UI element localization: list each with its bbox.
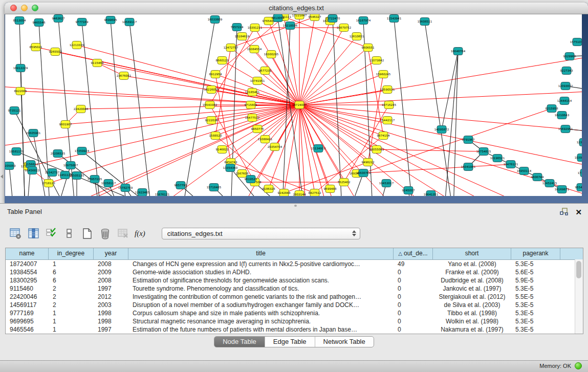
graph-node[interactable]: 11543941 [387, 15, 402, 23]
graph-node[interactable]: 9265503 [49, 48, 62, 56]
graph-node[interactable]: 12610651 [350, 33, 364, 40]
graph-node[interactable]: 15608511 [418, 18, 432, 26]
graph-node[interactable]: 8791967 [462, 136, 475, 144]
new-file-icon[interactable] [81, 227, 93, 239]
graph-node[interactable]: 14095872 [434, 126, 449, 134]
graph-node[interactable]: 9619521 [245, 176, 257, 183]
table-column-icon[interactable] [27, 227, 39, 239]
tab-edge-table[interactable]: Edge Table [265, 337, 315, 347]
graph-node[interactable]: 8922085 [14, 87, 27, 95]
graph-node[interactable]: 9874154 [377, 132, 390, 140]
table-vertical-scrollbar[interactable] [575, 259, 583, 334]
graph-node[interactable]: 9227343 [560, 67, 573, 75]
graph-node[interactable]: 2718120 [42, 180, 55, 187]
scrollbar-thumb[interactable] [576, 261, 581, 278]
tab-network-table[interactable]: Network Table [315, 337, 374, 347]
graph-node[interactable]: 9715801 [245, 101, 257, 109]
graph-node[interactable]: 9546327 [309, 14, 321, 21]
graph-node[interactable]: 15876121 [155, 191, 170, 196]
graph-node[interactable]: 8595021 [30, 43, 42, 51]
column-header-title[interactable]: title [128, 248, 394, 259]
graph-node[interactable]: 12213339 [70, 41, 84, 49]
graph-node[interactable]: 8215958 [546, 105, 558, 113]
graph-node[interactable]: 15692951 [558, 125, 573, 133]
graph-node[interactable]: 8912954 [209, 71, 222, 78]
graph-node[interactable]: 9498222 [362, 159, 375, 166]
graph-node[interactable]: 12923485 [135, 189, 150, 196]
graph-node[interactable]: 19581170 [9, 148, 24, 156]
graph-node[interactable]: 9463627 [52, 15, 65, 23]
graph-node[interactable]: 9554624 [575, 184, 582, 191]
float-panel-icon[interactable] [560, 207, 568, 217]
table-row[interactable]: 1456911722003Disruption of a novel membe… [6, 301, 583, 309]
splitter-collapse-arrow[interactable] [1, 174, 3, 179]
graph-node[interactable]: 17135278 [578, 169, 582, 177]
graph-node[interactable]: 9806744 [531, 173, 544, 181]
delete-icon[interactable] [99, 227, 111, 239]
graph-node[interactable]: 2803144 [293, 191, 306, 196]
graph-node[interactable]: 14569117 [122, 18, 137, 26]
graph-node[interactable]: 10716245 [382, 101, 397, 109]
graph-node[interactable]: 9777169 [76, 18, 89, 26]
graph-node[interactable]: 10453017 [379, 180, 394, 187]
graph-node[interactable]: 8427512 [309, 189, 321, 196]
graph-node[interactable]: 16210643 [555, 112, 570, 119]
table-row[interactable]: 1938455462009Genome-wide association stu… [6, 268, 583, 276]
graph-node[interactable]: 8205059 [5, 162, 16, 170]
graph-node[interactable]: 9465546 [33, 19, 46, 27]
table-row[interactable]: 946362711997Embryonic stem cells: a mode… [6, 334, 583, 334]
graph-node[interactable]: 9115460 [91, 59, 104, 67]
graph-node[interactable]: 7625402 [338, 179, 351, 186]
graph-node[interactable]: 9146821 [216, 146, 229, 154]
graph-node[interactable]: 8813054 [272, 14, 285, 22]
table-row[interactable]: 2242004622012Investigating the contribut… [6, 293, 583, 301]
graph-node[interactable]: 12364591 [577, 139, 582, 146]
graph-node[interactable]: 16041951 [461, 163, 476, 171]
graph-node[interactable]: 12093832 [558, 82, 573, 90]
graph-node[interactable]: 9735121 [8, 107, 21, 115]
graph-node[interactable]: 9677231 [259, 67, 272, 75]
table-row[interactable]: 1830029562008Estimation of significance … [6, 276, 583, 285]
graph-node[interactable]: 8513054 [13, 17, 26, 25]
tab-node-table[interactable]: Node Table [214, 337, 265, 347]
graph-node[interactable]: 16648784 [451, 48, 466, 55]
column-header-outde[interactable]: △out_de... [394, 248, 433, 259]
table-row[interactable]: 969969511998Structural magnetic resonanc… [6, 317, 583, 325]
graph-node[interactable]: 1588520 [209, 132, 222, 140]
graph-node[interactable]: 10590531 [380, 86, 395, 94]
column-header-short[interactable]: short [433, 248, 511, 259]
function-icon[interactable]: f(x) [135, 229, 145, 238]
graph-node[interactable]: 20206535 [51, 150, 66, 158]
graph-node[interactable]: 9801907 [59, 121, 72, 128]
graph-node[interactable]: 11442117 [380, 117, 395, 124]
column-header-indegree[interactable]: in_degree [49, 248, 94, 259]
graph-node[interactable]: 20605901 [26, 129, 41, 137]
graph-node[interactable]: 10879752 [337, 24, 351, 32]
graph-node[interactable]: 9699695 [104, 16, 117, 24]
graph-node[interactable]: 9329966 [563, 53, 576, 60]
window-titlebar[interactable]: citations_edges.txt [5, 3, 588, 14]
graph-node[interactable]: 9222034 [205, 117, 218, 124]
graph-node[interactable]: 9857791 [175, 182, 187, 189]
close-panel-icon[interactable]: ✕ [575, 208, 582, 216]
graph-node[interactable]: 17359924 [75, 147, 90, 155]
graph-node[interactable]: 18300295 [264, 51, 279, 58]
graph-node[interactable]: 16187974 [356, 17, 371, 25]
table-row[interactable]: 911546021997Tourette syndrome. Phenomeno… [6, 285, 583, 293]
graph-node[interactable]: 9245007 [402, 187, 415, 194]
graph-node[interactable]: 8186328 [263, 185, 275, 193]
column-header-name[interactable]: name [6, 248, 49, 259]
graph-node[interactable]: 9806551 [362, 44, 375, 52]
rows-icon[interactable] [63, 227, 75, 239]
table-row[interactable]: 1872400712008Changes of HCN gene express… [6, 260, 583, 268]
network-select-dropdown[interactable]: citations_edges.txt [162, 228, 360, 239]
graph-node[interactable]: 19384554 [247, 46, 262, 53]
graph-node[interactable]: 20354704 [268, 143, 282, 151]
network-canvas[interactable]: 1872400710716245114421179874154160550619… [5, 14, 582, 196]
graph-node[interactable]: 16912229 [13, 64, 28, 72]
graph-node[interactable]: 10391553 [575, 154, 582, 162]
graph-node[interactable]: 15960245 [376, 71, 391, 78]
graph-node[interactable]: 10391211 [248, 24, 263, 32]
graph-node[interactable]: 17221847 [292, 14, 307, 19]
column-header-year[interactable]: year [94, 248, 128, 259]
